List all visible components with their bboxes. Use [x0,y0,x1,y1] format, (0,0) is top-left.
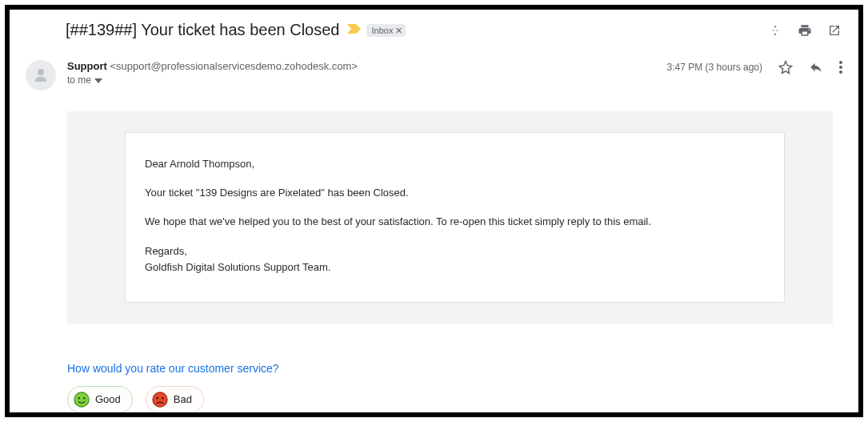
recipient-dropdown[interactable]: to me [67,74,667,86]
rating-good-label: Good [95,393,121,405]
email-subject: [##139##] Your ticket has been Closed [66,21,339,39]
rating-question: How would you rate our customer service? [67,362,858,375]
sender-avatar [26,60,56,90]
body-regards: Regards, [145,244,765,259]
reply-icon[interactable] [809,60,823,74]
recipient-text: to me [67,74,91,86]
body-team: Goldfish Digital Solutions Support Team. [145,260,765,275]
svg-point-6 [74,392,89,407]
inbox-label-text: Inbox [371,25,393,36]
inbox-label-chip[interactable]: Inbox ✕ [366,24,406,37]
body-line1: Your ticket "139 Designs are Pixelated" … [145,186,765,200]
sender-name: Support [67,60,107,72]
rating-good-button[interactable]: Good [67,386,133,413]
email-body-area: Dear Arnold Thompson, Your ticket "139 D… [67,111,833,324]
timestamp: 3:47 PM (3 hours ago) [667,62,762,73]
more-icon[interactable] [839,61,842,74]
svg-point-1 [777,30,778,31]
svg-point-3 [839,61,842,64]
svg-point-0 [773,30,774,31]
svg-point-7 [78,397,81,400]
svg-point-10 [156,397,158,400]
sender-line: Support <support@professionalservicesdem… [67,60,667,72]
svg-point-8 [83,397,86,400]
chevron-down-icon [94,74,102,86]
collapse-icon[interactable] [769,24,782,37]
sender-email: <support@professionalservicesdemo.zohode… [110,60,357,72]
svg-point-11 [162,397,164,400]
print-icon[interactable] [798,23,812,38]
star-icon[interactable] [778,60,793,74]
svg-point-5 [839,70,842,74]
smile-icon [73,391,90,408]
rating-bad-button[interactable]: Bad [146,386,204,413]
open-new-window-icon[interactable] [828,24,841,37]
body-line2: We hope that we've helped you to the bes… [145,215,765,229]
rating-bad-label: Bad [174,393,192,405]
body-greeting: Dear Arnold Thompson, [145,157,765,171]
svg-point-2 [38,69,44,75]
email-body-card: Dear Arnold Thompson, Your ticket "139 D… [125,132,785,303]
important-marker-icon[interactable] [347,23,362,38]
frown-icon [151,391,169,408]
svg-point-4 [839,66,842,69]
svg-point-9 [153,392,167,407]
close-icon[interactable]: ✕ [395,25,402,36]
